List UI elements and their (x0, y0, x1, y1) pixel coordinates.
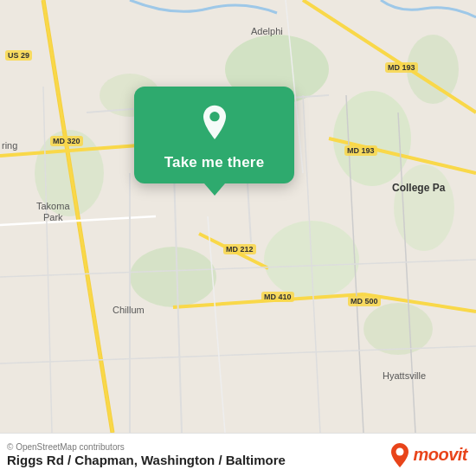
map-svg (0, 0, 476, 433)
bottom-bar: © OpenStreetMap contributors Riggs Rd / … (0, 433, 476, 476)
svg-point-8 (363, 303, 433, 355)
osm-attribution: © OpenStreetMap contributors (7, 442, 286, 452)
take-me-there-label: Take me there (164, 154, 265, 171)
location-pin-icon (194, 102, 235, 144)
location-info: © OpenStreetMap contributors Riggs Rd / … (7, 442, 286, 467)
moovit-logo: moovit (390, 442, 467, 468)
svg-point-32 (209, 112, 219, 121)
svg-point-33 (396, 447, 404, 455)
moovit-brand-text: moovit (413, 445, 467, 465)
map-view[interactable]: Adelphi College Pa Takoma Park Chillum H… (0, 0, 476, 433)
location-title: Riggs Rd / Chapman, Washington / Baltimo… (7, 453, 286, 467)
moovit-pin-icon (390, 442, 409, 468)
svg-point-2 (130, 247, 216, 307)
svg-point-6 (407, 35, 459, 104)
navigation-popup[interactable]: Take me there (134, 87, 294, 183)
